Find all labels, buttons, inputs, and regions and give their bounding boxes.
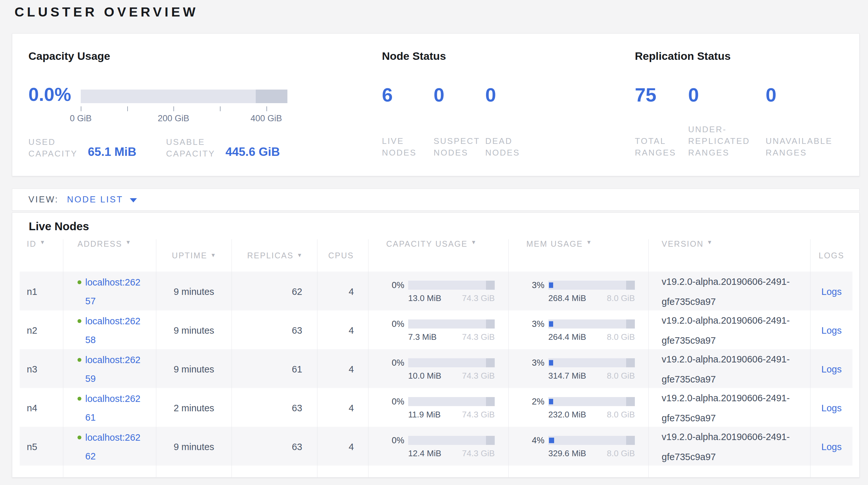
sort-arrow-icon: ▼: [211, 252, 216, 259]
under-replicated-ranges-stat: 0 UNDER-REPLICATED RANGES: [688, 85, 766, 159]
dead-nodes-label: DEAD NODES: [485, 135, 537, 159]
table-header-row: ID▼ ADDRESS▼ UPTIME▼ REPLICAS▼ CPUS CAPA…: [20, 239, 852, 272]
col-header-version[interactable]: VERSION▼: [649, 239, 810, 272]
suspect-nodes-stat: 0 SUSPECT NODES: [434, 85, 485, 159]
node-address-link[interactable]: localhost:26257: [85, 273, 144, 310]
total-ranges-stat: 75 TOTAL RANGES: [635, 85, 688, 159]
logs-link[interactable]: Logs: [822, 403, 842, 413]
usable-capacity-label: USABLE CAPACITY: [166, 136, 221, 160]
node-address-link[interactable]: localhost:26258: [85, 312, 144, 349]
capacity-gauge-bar: [81, 90, 287, 103]
dead-nodes-value: 0: [485, 85, 537, 106]
node-live-dot-icon: [78, 319, 82, 323]
under-replicated-ranges-label: UNDER-REPLICATED RANGES: [688, 123, 766, 159]
capacity-gauge: 0.0% 0 GiB 200 GiB 400 GiB: [28, 85, 382, 123]
node-uptime: 9 minutes: [174, 363, 214, 376]
node-uptime: 9 minutes: [174, 440, 214, 453]
node-address-link[interactable]: localhost:26262: [85, 428, 144, 465]
col-header-uptime[interactable]: UPTIME▼: [156, 239, 232, 272]
unavailable-ranges-stat: 0 UNAVAILABLE RANGES: [766, 85, 843, 159]
capacity-usage-bar: [408, 397, 495, 406]
capacity-usage-bar: [408, 281, 495, 290]
capacity-usage-section: Capacity Usage 0.0% 0 GiB 200 GiB 400 Gi…: [28, 49, 382, 161]
total-ranges-value: 75: [635, 85, 688, 106]
sort-arrow-icon: ▼: [707, 239, 712, 246]
sort-arrow-icon: ▼: [40, 239, 45, 246]
table-row: n4 localhost:26261 2 minutes 63 4 0% 11.…: [20, 388, 852, 427]
node-replicas: 62: [292, 285, 302, 298]
capacity-usage-cell: 0% 12.4 MiB74.3 GiB: [368, 427, 508, 467]
replication-status-section: Replication Status 75 TOTAL RANGES 0 UND…: [635, 49, 843, 161]
unavailable-ranges-value: 0: [766, 85, 843, 106]
total-ranges-label: TOTAL RANGES: [635, 135, 688, 159]
sort-arrow-icon: ▼: [586, 239, 592, 272]
node-id: n5: [27, 440, 37, 453]
node-address-link[interactable]: localhost:26261: [85, 389, 144, 427]
node-uptime: 2 minutes: [174, 402, 214, 415]
view-bar: VIEW: NODE LIST: [12, 189, 860, 211]
node-id: n4: [27, 402, 37, 415]
used-capacity-stat: USED CAPACITY 65.1 MiB: [28, 136, 136, 160]
capacity-usage-cell: 0% 13.0 MiB74.3 GiB: [368, 272, 508, 312]
capacity-usage-cell: 0% 7.3 MiB74.3 GiB: [368, 310, 508, 350]
node-id: n3: [27, 363, 37, 376]
live-nodes-label: LIVE NODES: [382, 135, 434, 159]
usable-capacity-value: 445.6 GiB: [225, 145, 280, 159]
replication-status-title: Replication Status: [635, 49, 843, 63]
node-version: v19.2.0-alpha.20190606-2491-gfe735c9a97: [662, 349, 795, 389]
node-status-title: Node Status: [382, 49, 635, 63]
col-header-mem-usage[interactable]: MEM USAGE▼: [508, 239, 649, 272]
col-header-replicas[interactable]: REPLICAS▼: [232, 239, 317, 272]
capacity-gauge-end-segment: [256, 90, 287, 103]
logs-link[interactable]: Logs: [822, 325, 842, 336]
col-header-cpus: CPUS: [317, 239, 368, 272]
col-header-id[interactable]: ID▼: [20, 239, 63, 272]
mem-usage-cell: 3% 314.7 MiB8.0 GiB: [508, 349, 649, 389]
view-selector-dropdown[interactable]: NODE LIST: [67, 195, 137, 205]
capacity-usage-bar: [408, 319, 495, 329]
capacity-usage-cell: 0% 10.0 MiB74.3 GiB: [368, 349, 508, 389]
node-cpus: 4: [349, 285, 354, 298]
node-cpus: 4: [349, 324, 354, 337]
axis-label: 0 GiB: [70, 113, 92, 123]
logs-link[interactable]: Logs: [822, 286, 842, 297]
mem-usage-cell: 4% 329.6 MiB8.0 GiB: [508, 427, 649, 467]
mem-usage-bar: [548, 436, 635, 445]
chevron-down-icon: [130, 198, 137, 202]
mem-usage-cell: 2% 232.0 MiB8.0 GiB: [508, 388, 649, 428]
node-version: v19.2.0-alpha.20190606-2491-gfe735c9a97: [662, 427, 795, 467]
suspect-nodes-label: SUSPECT NODES: [434, 135, 485, 159]
sort-arrow-icon: ▼: [471, 239, 476, 272]
mem-usage-bar: [548, 397, 635, 406]
used-capacity-label: USED CAPACITY: [28, 136, 84, 160]
table-row: n2 localhost:26258 9 minutes 63 4 0% 7.3…: [20, 310, 852, 349]
node-address-link[interactable]: localhost:26259: [85, 350, 144, 388]
node-uptime: 9 minutes: [174, 285, 214, 298]
node-live-dot-icon: [78, 358, 82, 362]
capacity-gauge-axis: 0 GiB 200 GiB 400 GiB: [81, 103, 287, 123]
node-cpus: 4: [349, 363, 354, 376]
col-header-capacity-usage[interactable]: CAPACITY USAGE▼: [368, 239, 508, 272]
logs-link[interactable]: Logs: [822, 364, 842, 375]
sort-arrow-icon: ▼: [297, 252, 302, 259]
node-live-dot-icon: [78, 435, 82, 439]
live-nodes-heading: Live Nodes: [29, 218, 852, 235]
table-row: n1 localhost:26257 9 minutes 62 4 0% 13.…: [20, 272, 852, 310]
axis-label: 200 GiB: [158, 113, 190, 123]
axis-label: 400 GiB: [251, 113, 282, 123]
view-label: VIEW:: [28, 195, 59, 205]
node-live-dot-icon: [78, 280, 82, 284]
table-row: n3 localhost:26259 9 minutes 61 4 0% 10.…: [20, 349, 852, 388]
node-id: n1: [27, 285, 37, 298]
view-selected-value: NODE LIST: [67, 195, 123, 205]
mem-usage-bar: [548, 319, 635, 329]
live-nodes-stat: 6 LIVE NODES: [382, 85, 434, 159]
node-replicas: 63: [292, 402, 302, 415]
node-replicas: 63: [292, 440, 302, 453]
sort-arrow-icon: ▼: [125, 239, 131, 246]
suspect-nodes-value: 0: [434, 85, 485, 106]
mem-usage-bar: [548, 281, 635, 290]
col-header-address[interactable]: ADDRESS▼: [63, 239, 156, 272]
unavailable-ranges-label: UNAVAILABLE RANGES: [766, 135, 843, 159]
logs-link[interactable]: Logs: [822, 442, 842, 452]
